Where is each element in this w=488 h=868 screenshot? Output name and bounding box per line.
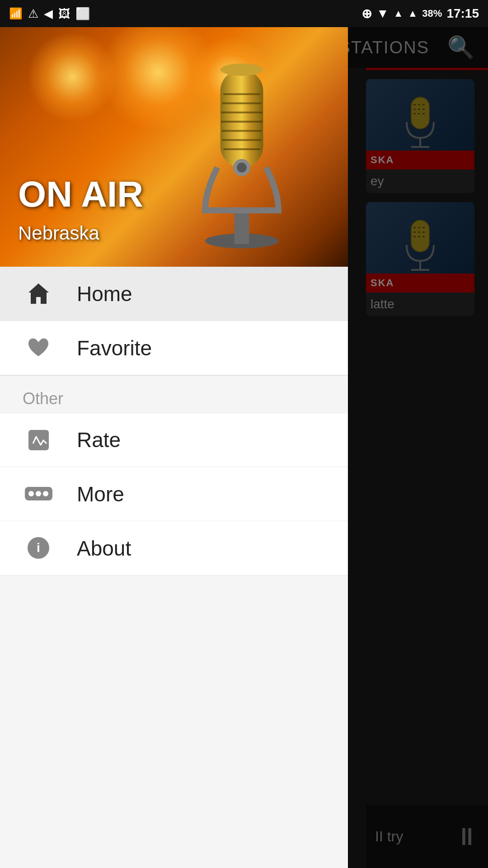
nav-section: Home Favorite Other Rate bbox=[0, 267, 348, 868]
info-icon: i bbox=[23, 533, 54, 564]
nav-item-rate[interactable]: Rate bbox=[0, 413, 348, 467]
nav-item-about[interactable]: i About bbox=[0, 521, 348, 576]
signal1-icon: ▲ bbox=[394, 8, 404, 19]
nav-item-favorite[interactable]: Favorite bbox=[0, 321, 348, 375]
more-icon bbox=[23, 478, 54, 510]
battery-level: 38% bbox=[422, 8, 442, 19]
microphone-image bbox=[163, 41, 321, 258]
home-label: Home bbox=[77, 282, 132, 306]
more-label: More bbox=[77, 482, 124, 506]
svg-point-42 bbox=[43, 491, 48, 496]
rate-label: Rate bbox=[77, 428, 121, 452]
svg-point-36 bbox=[221, 64, 263, 76]
wifi-icon: ▼ bbox=[376, 6, 389, 21]
svg-point-35 bbox=[237, 163, 247, 173]
square-icon: ⬜ bbox=[75, 7, 90, 21]
signal2-icon: ▲ bbox=[408, 8, 418, 19]
status-bar: 📶 ⚠ ◀ 🖼 ⬜ ⊕ ▼ ▲ ▲ 38% 17:15 bbox=[0, 0, 488, 27]
svg-point-40 bbox=[28, 491, 34, 496]
back-icon: ◀ bbox=[44, 7, 53, 21]
mic-svg bbox=[178, 45, 305, 253]
svg-text:i: i bbox=[37, 541, 40, 555]
hero-station-name: Nebraska bbox=[18, 222, 99, 244]
heart-icon bbox=[23, 332, 54, 364]
navigation-drawer: ON AIR Nebraska Home Favorite Other bbox=[0, 27, 348, 868]
image-icon: 🖼 bbox=[58, 7, 70, 21]
add-circle-icon: ⊕ bbox=[361, 6, 372, 21]
favorite-label: Favorite bbox=[77, 336, 152, 360]
svg-marker-37 bbox=[28, 283, 49, 304]
status-icons: 📶 ⚠ ◀ 🖼 ⬜ bbox=[9, 7, 90, 21]
status-right-info: ⊕ ▼ ▲ ▲ 38% 17:15 bbox=[361, 6, 479, 21]
signal-icon: 📶 bbox=[9, 7, 23, 20]
home-icon bbox=[23, 278, 54, 310]
clock: 17:15 bbox=[446, 6, 479, 21]
svg-point-41 bbox=[36, 491, 41, 496]
nav-item-more[interactable]: More bbox=[0, 467, 348, 521]
hero-banner: ON AIR Nebraska bbox=[0, 27, 348, 267]
about-label: About bbox=[77, 536, 131, 561]
rate-icon bbox=[23, 424, 54, 456]
svg-rect-25 bbox=[235, 210, 249, 244]
svg-rect-26 bbox=[221, 70, 263, 167]
on-air-text: ON AIR bbox=[18, 176, 143, 212]
overlay-dim[interactable] bbox=[348, 27, 488, 868]
nav-item-home[interactable]: Home bbox=[0, 267, 348, 321]
alert-icon: ⚠ bbox=[28, 7, 38, 21]
other-section-header: Other bbox=[0, 376, 348, 413]
